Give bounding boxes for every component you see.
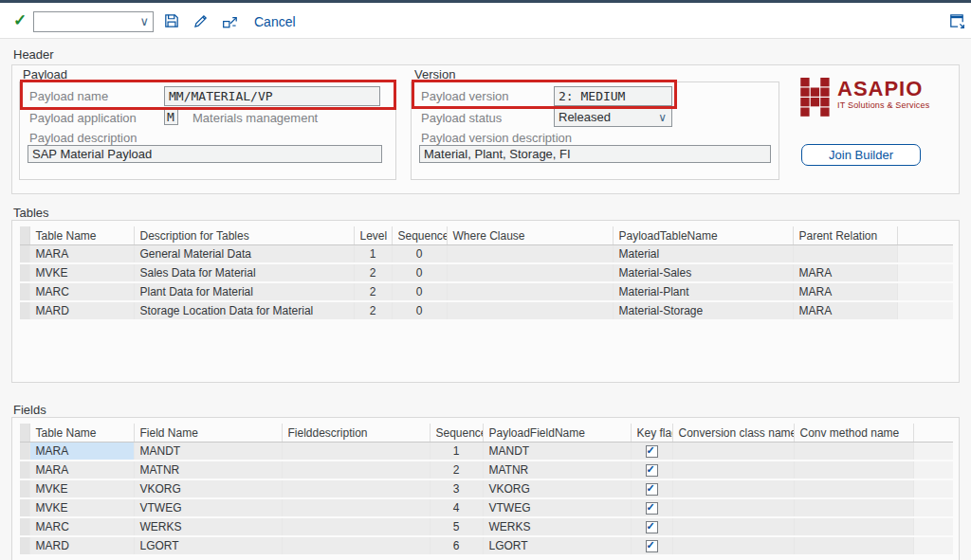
cell-fielddescription[interactable] bbox=[282, 517, 430, 536]
join-builder-button[interactable]: Join Builder bbox=[801, 144, 921, 166]
cell-parent-relation[interactable]: MARA bbox=[793, 301, 897, 320]
cell-conversion-class[interactable] bbox=[672, 517, 794, 536]
cell-level[interactable]: 2 bbox=[354, 282, 392, 301]
cell-conv-method[interactable] bbox=[794, 443, 913, 461]
cell-conversion-class[interactable] bbox=[672, 461, 794, 479]
col-conversion-class[interactable]: Conversion class name bbox=[672, 424, 794, 443]
cell-payload-field-name[interactable]: MANDT bbox=[483, 443, 631, 461]
save-icon[interactable] bbox=[163, 12, 180, 29]
cell-fielddescription[interactable] bbox=[282, 536, 430, 555]
cell-fielddescription[interactable] bbox=[282, 461, 430, 479]
col-sequence[interactable]: Sequence bbox=[392, 226, 447, 245]
cell-sequence[interactable]: 1 bbox=[430, 443, 483, 461]
cell-level[interactable]: 1 bbox=[354, 245, 392, 264]
key-flag-checkbox[interactable] bbox=[646, 502, 658, 515]
cell-sequence[interactable]: 0 bbox=[392, 245, 447, 264]
col-key-flag[interactable]: Key flag bbox=[631, 424, 672, 443]
cell-parent-relation[interactable] bbox=[793, 245, 897, 264]
cell-table-name[interactable]: MVKE bbox=[29, 479, 134, 498]
payload-description-input[interactable]: SAP Material Payload bbox=[27, 145, 382, 163]
cell-payload-table-name[interactable]: Material-Plant bbox=[613, 282, 793, 301]
distribute-icon[interactable] bbox=[222, 12, 239, 29]
cell-parent-relation[interactable]: MARA bbox=[793, 263, 897, 282]
key-flag-checkbox[interactable] bbox=[646, 521, 658, 533]
cell-table-name[interactable]: MARC bbox=[29, 282, 134, 301]
cell-field-name[interactable]: MATNR bbox=[134, 461, 282, 479]
cell-fielddescription[interactable] bbox=[282, 498, 430, 517]
payload-application-input[interactable]: M bbox=[164, 109, 178, 125]
cell-field-name[interactable]: MANDT bbox=[134, 443, 282, 461]
cell-sequence[interactable]: 3 bbox=[430, 479, 483, 498]
cell-sequence[interactable]: 6 bbox=[430, 536, 483, 555]
cell-field-name[interactable]: VKORG bbox=[134, 479, 282, 498]
cell-where-clause[interactable] bbox=[447, 263, 613, 282]
key-flag-checkbox[interactable] bbox=[646, 464, 658, 477]
edit-icon[interactable] bbox=[192, 12, 210, 29]
col-sequence[interactable]: Sequence bbox=[430, 424, 483, 443]
cell-table-name[interactable]: MARD bbox=[29, 301, 134, 320]
col-payload-field-name[interactable]: PayloadFieldName bbox=[483, 424, 631, 443]
cell-description[interactable]: General Material Data bbox=[134, 245, 354, 264]
col-conv-method[interactable]: Conv method name bbox=[794, 424, 913, 443]
cell-sequence[interactable]: 2 bbox=[430, 461, 483, 479]
cell-field-name[interactable]: WERKS bbox=[134, 517, 282, 536]
cell-payload-table-name[interactable]: Material bbox=[613, 245, 793, 264]
cell-table-name[interactable]: MARA bbox=[29, 443, 134, 461]
cell-conv-method[interactable] bbox=[794, 498, 913, 517]
cell-payload-field-name[interactable]: LGORT bbox=[483, 536, 631, 555]
cell-fielddescription[interactable] bbox=[282, 443, 430, 461]
cell-table-name[interactable]: MARA bbox=[29, 461, 134, 479]
key-flag-checkbox[interactable] bbox=[646, 445, 658, 458]
col-payload-table-name[interactable]: PayloadTableName bbox=[613, 226, 793, 245]
cell-payload-field-name[interactable]: VKORG bbox=[483, 479, 631, 498]
cell-table-name[interactable]: MVKE bbox=[29, 263, 134, 282]
cell-where-clause[interactable] bbox=[447, 301, 613, 320]
cell-description[interactable]: Sales Data for Material bbox=[134, 263, 354, 282]
cell-conversion-class[interactable] bbox=[672, 479, 794, 498]
cell-where-clause[interactable] bbox=[447, 245, 613, 264]
col-description[interactable]: Description for Tables bbox=[134, 226, 354, 245]
cell-where-clause[interactable] bbox=[447, 282, 613, 301]
cell-payload-field-name[interactable]: VTWEG bbox=[483, 498, 631, 517]
cell-payload-table-name[interactable]: Material-Storage bbox=[613, 301, 793, 320]
cell-fielddescription[interactable] bbox=[282, 479, 430, 498]
command-combobox[interactable]: ∨ bbox=[33, 11, 154, 32]
cell-level[interactable]: 2 bbox=[354, 263, 392, 282]
cell-conv-method[interactable] bbox=[794, 461, 913, 479]
cell-payload-field-name[interactable]: MATNR bbox=[483, 461, 631, 479]
cell-payload-table-name[interactable]: Material-Sales bbox=[613, 263, 793, 282]
col-parent-relation[interactable]: Parent Relation bbox=[793, 226, 897, 245]
cell-level[interactable]: 2 bbox=[354, 301, 392, 320]
cell-table-name[interactable]: MARD bbox=[29, 536, 134, 555]
chevron-down-icon[interactable]: ∨ bbox=[139, 12, 149, 31]
col-table-name[interactable]: Table Name bbox=[29, 424, 134, 443]
cell-sequence[interactable]: 0 bbox=[392, 282, 447, 301]
key-flag-checkbox[interactable] bbox=[646, 483, 658, 496]
cell-description[interactable]: Storage Location Data for Material bbox=[134, 301, 354, 320]
cell-table-name[interactable]: MARA bbox=[29, 245, 134, 264]
col-level[interactable]: Level bbox=[354, 226, 392, 245]
cell-parent-relation[interactable]: MARA bbox=[793, 282, 897, 301]
cell-table-name[interactable]: MARC bbox=[29, 517, 134, 536]
col-table-name[interactable]: Table Name bbox=[29, 226, 134, 245]
cell-conv-method[interactable] bbox=[794, 479, 913, 498]
col-field-name[interactable]: Field Name bbox=[134, 424, 282, 443]
cell-conv-method[interactable] bbox=[794, 517, 913, 536]
cell-field-name[interactable]: VTWEG bbox=[134, 498, 282, 517]
payload-status-select[interactable]: Released ∨ bbox=[554, 108, 672, 127]
cell-payload-field-name[interactable]: WERKS bbox=[483, 517, 631, 536]
chevron-down-icon[interactable]: ∨ bbox=[658, 109, 667, 126]
cell-sequence[interactable]: 4 bbox=[430, 498, 483, 517]
col-where-clause[interactable]: Where Clause bbox=[447, 226, 613, 245]
new-window-icon[interactable] bbox=[948, 12, 965, 29]
cell-field-name[interactable]: LGORT bbox=[134, 536, 282, 555]
col-fielddescription[interactable]: Fielddescription bbox=[282, 424, 430, 443]
cell-sequence[interactable]: 0 bbox=[392, 263, 447, 282]
payload-version-description-input[interactable]: Material, Plant, Storage, FI bbox=[419, 145, 771, 163]
key-flag-checkbox[interactable] bbox=[646, 540, 658, 552]
cell-conversion-class[interactable] bbox=[672, 498, 794, 517]
cell-table-name[interactable]: MVKE bbox=[29, 498, 134, 517]
cell-conversion-class[interactable] bbox=[672, 536, 794, 555]
cell-sequence[interactable]: 0 bbox=[392, 301, 447, 320]
cancel-button[interactable]: Cancel bbox=[254, 14, 296, 29]
